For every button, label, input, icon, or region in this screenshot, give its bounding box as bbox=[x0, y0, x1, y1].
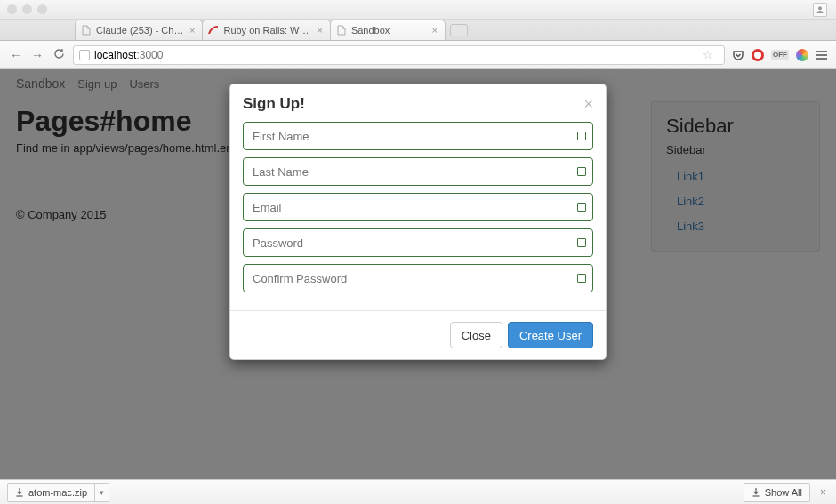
page-icon bbox=[81, 25, 92, 36]
last-name-field[interactable] bbox=[243, 157, 593, 186]
reload-button[interactable] bbox=[52, 48, 66, 62]
email-field[interactable] bbox=[243, 193, 593, 221]
window-zoom[interactable] bbox=[37, 4, 47, 14]
svg-point-0 bbox=[818, 6, 822, 10]
download-icon bbox=[15, 487, 24, 498]
create-user-button[interactable]: Create User bbox=[508, 322, 593, 348]
download-bar: atom-mac.zip ▾ Show All × bbox=[0, 479, 836, 504]
chevron-down-icon[interactable]: ▾ bbox=[94, 484, 109, 501]
new-tab-button[interactable] bbox=[450, 24, 468, 36]
chrome-menu-icon[interactable] bbox=[816, 51, 827, 60]
first-name-field[interactable] bbox=[243, 122, 593, 150]
window-controls bbox=[7, 4, 47, 14]
window-minimize[interactable] bbox=[22, 4, 32, 14]
browser-tab[interactable]: Claude (253) - Charmig cl × bbox=[75, 20, 203, 40]
url-host: localhost bbox=[94, 49, 136, 61]
close-icon[interactable]: × bbox=[317, 25, 322, 36]
browser-tab[interactable]: Ruby on Rails: What is the × bbox=[202, 20, 330, 40]
adblock-icon[interactable] bbox=[752, 49, 764, 61]
download-icon bbox=[752, 487, 760, 498]
tab-title: Ruby on Rails: What is the bbox=[223, 25, 312, 36]
close-button[interactable]: Close bbox=[450, 322, 502, 348]
close-icon[interactable]: × bbox=[817, 486, 829, 499]
tab-title: Claude (253) - Charmig cl bbox=[96, 25, 185, 36]
forward-button[interactable]: → bbox=[30, 48, 44, 62]
off-badge-icon[interactable]: OFF bbox=[771, 50, 789, 60]
colorpicker-icon[interactable] bbox=[796, 49, 808, 61]
window-close[interactable] bbox=[7, 4, 17, 14]
back-button[interactable]: ← bbox=[9, 48, 23, 62]
url-rest: :3000 bbox=[136, 49, 163, 61]
valid-icon bbox=[577, 203, 586, 212]
valid-icon bbox=[577, 132, 586, 140]
bookmark-icon[interactable]: ☆ bbox=[703, 48, 713, 61]
page-icon bbox=[336, 25, 347, 36]
close-icon[interactable]: × bbox=[583, 96, 593, 112]
download-filename: atom-mac.zip bbox=[28, 487, 87, 498]
show-all-downloads[interactable]: Show All bbox=[744, 483, 810, 502]
valid-icon bbox=[577, 274, 586, 283]
valid-icon bbox=[577, 167, 586, 176]
close-icon[interactable]: × bbox=[431, 25, 437, 36]
browser-toolbar: ← → localhost:3000 ☆ OFF bbox=[0, 41, 836, 69]
window-titlebar bbox=[0, 0, 836, 20]
signup-modal: Sign Up! × Close Create User bbox=[229, 84, 607, 360]
extension-icons: OFF bbox=[732, 49, 827, 61]
site-info-icon[interactable] bbox=[79, 50, 90, 60]
pocket-icon[interactable] bbox=[732, 49, 744, 61]
rails-icon bbox=[208, 25, 219, 36]
tab-title: Sandbox bbox=[351, 25, 390, 36]
confirm-password-field[interactable] bbox=[243, 264, 593, 292]
browser-tabstrip: Claude (253) - Charmig cl × Ruby on Rail… bbox=[0, 20, 836, 41]
chrome-profile-icon[interactable] bbox=[813, 3, 827, 17]
password-field[interactable] bbox=[243, 228, 593, 257]
valid-icon bbox=[577, 238, 586, 247]
show-all-label: Show All bbox=[765, 487, 802, 498]
browser-tab-active[interactable]: Sandbox × bbox=[330, 20, 446, 40]
download-item[interactable]: atom-mac.zip ▾ bbox=[7, 483, 109, 502]
modal-title: Sign Up! bbox=[243, 95, 305, 113]
close-icon[interactable]: × bbox=[189, 25, 195, 36]
address-bar[interactable]: localhost:3000 ☆ bbox=[73, 45, 725, 65]
